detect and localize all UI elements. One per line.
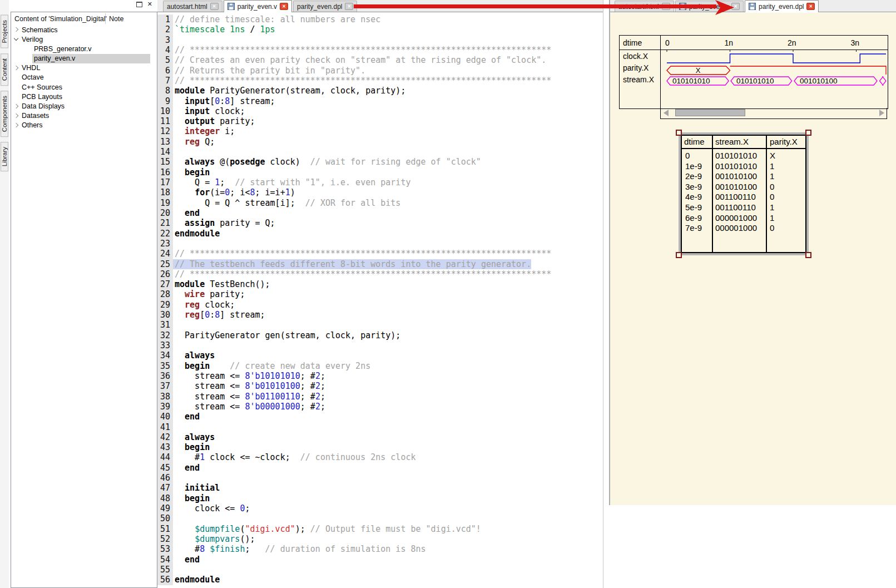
code-line[interactable]: 12 integer i; bbox=[157, 126, 603, 136]
code-line[interactable]: 23 bbox=[157, 239, 603, 249]
code-line[interactable]: 3 bbox=[157, 35, 603, 45]
tree-item-octave[interactable]: Octave bbox=[11, 73, 157, 82]
tree-item-data-displays[interactable]: Data Displays bbox=[11, 102, 157, 111]
code-line[interactable]: 55 bbox=[157, 565, 603, 575]
scroll-right-button[interactable] bbox=[877, 109, 886, 117]
code-line[interactable]: 54 end bbox=[157, 555, 603, 565]
code-line[interactable]: 16 begin bbox=[157, 167, 603, 177]
code-line[interactable]: 32 ParityGenerator gen(stream, clock, pa… bbox=[157, 330, 603, 340]
code-line[interactable]: 20 end bbox=[157, 208, 603, 218]
code-line[interactable]: 39 stream <= 8'b00001000; #2; bbox=[157, 402, 603, 412]
sidebar-tab-library[interactable]: Library bbox=[1, 142, 8, 171]
code-line[interactable]: 29 reg clock; bbox=[157, 300, 603, 310]
code-line[interactable]: 33 bbox=[157, 340, 603, 350]
code-line[interactable]: 1// define timescale: all numbers are ns… bbox=[157, 14, 603, 24]
code-line[interactable]: 18 for(i=0; i<8; i=i+1) bbox=[157, 187, 603, 197]
code-line[interactable]: 34 always bbox=[157, 350, 603, 360]
code-line[interactable]: 46 bbox=[157, 473, 603, 483]
chevron-right-icon[interactable] bbox=[14, 113, 18, 117]
resize-handle-top-right[interactable] bbox=[805, 130, 811, 136]
signal-name-clock-x[interactable]: clock.X bbox=[623, 52, 648, 61]
value-table-selection-frame[interactable]: dtimestream.Xparity.X0010101010X1e-90101… bbox=[679, 132, 809, 255]
tab-close-icon[interactable]: ✕ bbox=[806, 3, 815, 10]
code-line[interactable]: 45 end bbox=[157, 463, 603, 473]
scrollbar-thumb[interactable] bbox=[675, 109, 745, 116]
chevron-right-icon[interactable] bbox=[14, 123, 18, 127]
code-line[interactable]: 51 $dumpfile("digi.vcd"); // Output file… bbox=[157, 524, 603, 534]
code-line[interactable]: 31 bbox=[157, 320, 603, 330]
code-line[interactable]: 37 stream <= 8'b01010100; #2; bbox=[157, 381, 603, 391]
code-line[interactable]: 52 $dumpvars(); bbox=[157, 534, 603, 544]
code-line[interactable]: 35 begin // create new data every 2ns bbox=[157, 361, 603, 371]
code-line[interactable]: 48 begin bbox=[157, 493, 603, 503]
code-line[interactable]: 5// Creates an even parity check on "str… bbox=[157, 55, 603, 65]
tab-close-icon[interactable]: ✕ bbox=[280, 3, 288, 10]
code-line[interactable]: 43 begin bbox=[157, 442, 603, 452]
code-line[interactable]: 42 always bbox=[157, 432, 603, 442]
editor-tab-autostart-html[interactable]: autostart.html✕ bbox=[163, 1, 222, 12]
code-line[interactable]: 21 assign parity = Q; bbox=[157, 218, 603, 228]
chevron-down-icon[interactable] bbox=[14, 36, 18, 41]
chevron-right-icon[interactable] bbox=[14, 103, 18, 108]
code-line[interactable]: 15 always @(posedge clock) // wait for r… bbox=[157, 157, 603, 167]
code-line[interactable]: 24// ***********************************… bbox=[157, 249, 603, 259]
tab-close-icon[interactable]: ✕ bbox=[210, 3, 219, 10]
code-line[interactable]: 47 initial bbox=[157, 483, 603, 493]
tree-header-divider[interactable] bbox=[105, 13, 106, 24]
code-line[interactable]: 41 bbox=[157, 422, 603, 432]
code-line[interactable]: 11 output parity; bbox=[157, 116, 603, 126]
code-line[interactable]: 53 #8 $finish; // duration of simulation… bbox=[157, 544, 603, 554]
code-line[interactable]: 19 Q = Q ^ stream[i]; // XOR for all bit… bbox=[157, 198, 603, 208]
code-area[interactable]: 1// define timescale: all numbers are ns… bbox=[157, 12, 603, 588]
tree-item-others[interactable]: Others bbox=[11, 121, 157, 130]
code-line[interactable]: 13 reg Q; bbox=[157, 137, 603, 147]
close-panel-icon[interactable]: ✕ bbox=[147, 1, 152, 7]
tree-item-prbs-generator-v[interactable]: PRBS_generator.v bbox=[11, 44, 157, 53]
tree-item-schematics[interactable]: Schematics bbox=[11, 25, 157, 34]
tree-item-parity-even-v[interactable]: parity_even.v bbox=[11, 54, 157, 63]
code-line[interactable]: 6// Returns the parity bit in "parity". bbox=[157, 66, 603, 76]
editor-tab-parity-even-dpl[interactable]: parity_even.dpl✕ bbox=[293, 1, 357, 12]
tab-close-icon[interactable]: ✕ bbox=[345, 3, 353, 10]
code-line[interactable]: 9 input[0:8] stream; bbox=[157, 96, 603, 106]
signal-name-parity-x[interactable]: parity.X bbox=[623, 63, 649, 72]
resize-handle-bottom-left[interactable] bbox=[676, 252, 682, 258]
code-line[interactable]: 2`timescale 1ns / 1ps bbox=[157, 24, 603, 34]
resize-handle-top-left[interactable] bbox=[676, 130, 682, 136]
sidebar-tab-projects[interactable]: Projects bbox=[1, 15, 8, 48]
tree-item-c-sources[interactable]: C++ Sources bbox=[11, 82, 157, 92]
code-line[interactable]: 25// The testbench feeds different 8-bit… bbox=[157, 259, 603, 269]
code-line[interactable]: 50 bbox=[157, 513, 603, 523]
float-panel-icon[interactable] bbox=[136, 2, 142, 7]
code-line[interactable]: 40 end bbox=[157, 412, 603, 422]
sidebar-tab-components[interactable]: Components bbox=[1, 91, 8, 137]
code-line[interactable]: 8module ParityGenerator(stream, clock, p… bbox=[157, 86, 603, 96]
code-line[interactable]: 27module TestBench(); bbox=[157, 279, 603, 289]
sidebar-tab-content[interactable]: Content bbox=[1, 53, 8, 86]
code-line[interactable]: 44 #1 clock <= ~clock; // continuous 2ns… bbox=[157, 452, 603, 462]
code-line[interactable]: 26// ***********************************… bbox=[157, 269, 603, 279]
tree-item-verilog[interactable]: Verilog bbox=[11, 34, 157, 44]
code-line[interactable]: 38 stream <= 8'b01100110; #2; bbox=[157, 392, 603, 402]
tree-item-pcb-layouts[interactable]: PCB Layouts bbox=[11, 92, 157, 101]
chevron-right-icon[interactable] bbox=[14, 66, 18, 70]
code-line[interactable]: 30 reg[0:8] stream; bbox=[157, 310, 603, 320]
editor-tab-parity-even-v[interactable]: parity_even.v✕ bbox=[224, 0, 292, 12]
code-line[interactable]: 56endmodule bbox=[157, 575, 603, 585]
code-line[interactable]: 17 Q = 1; // start with "1", i.e. even p… bbox=[157, 177, 603, 187]
signal-name-stream-x[interactable]: stream.X bbox=[623, 75, 654, 84]
code-line[interactable]: 4// ************************************… bbox=[157, 45, 603, 55]
scroll-left-button[interactable] bbox=[661, 109, 670, 117]
chevron-right-icon[interactable] bbox=[14, 27, 18, 32]
code-line[interactable]: 28 wire parity; bbox=[157, 289, 603, 299]
display-tab-parity-even-dpl[interactable]: parity_even.dpl✕ bbox=[745, 0, 819, 12]
code-line[interactable]: 7// ************************************… bbox=[157, 76, 603, 86]
code-line[interactable]: 14 bbox=[157, 147, 603, 157]
code-line[interactable]: 49 clock <= 0; bbox=[157, 503, 603, 513]
code-line[interactable]: 22endmodule bbox=[157, 229, 603, 239]
tree-item-vhdl[interactable]: VHDL bbox=[11, 63, 157, 73]
resize-handle-bottom-right[interactable] bbox=[805, 252, 811, 258]
code-line[interactable]: 10 input clock; bbox=[157, 106, 603, 116]
code-line[interactable]: 36 stream <= 8'b10101010; #2; bbox=[157, 371, 603, 381]
tree-item-datasets[interactable]: Datasets bbox=[11, 111, 157, 121]
